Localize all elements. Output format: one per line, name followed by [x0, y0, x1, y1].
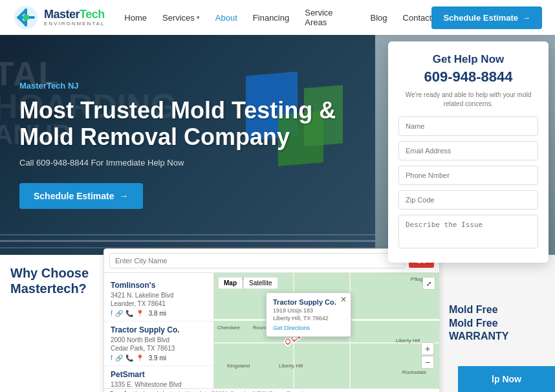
- nav-about[interactable]: About: [215, 13, 237, 23]
- arrow-icon: →: [120, 191, 129, 201]
- map-tab-map[interactable]: Map: [218, 277, 243, 289]
- popup-address: 1919 Ussjs 183Liberty Hill, TX 78642: [273, 307, 344, 322]
- store-name: Tomlinson's: [111, 281, 207, 290]
- logo-icon: [13, 5, 39, 30]
- map-label: Kingsland: [227, 363, 250, 369]
- store-icons: f 🔗 📞 📍 3.8 mi: [111, 310, 207, 317]
- zip-input[interactable]: [398, 190, 538, 210]
- map-popup-close[interactable]: ✕: [340, 295, 347, 304]
- popup-directions-link[interactable]: Get Directions: [273, 325, 344, 331]
- name-input[interactable]: [398, 116, 538, 136]
- store-icons: f 🔗 📞 📍 3.9 mi: [111, 354, 207, 362]
- phone-input[interactable]: [398, 166, 538, 185]
- store-address: 1335 E. Whitestone Blvd Cedar Park, TX 7…: [111, 380, 207, 388]
- facebook-icon[interactable]: f: [111, 354, 113, 362]
- logo-name: MasterTech: [44, 8, 105, 21]
- list-item[interactable]: Tractor Supply Co. 2000 North Bell Blvd …: [104, 321, 213, 366]
- nav-home[interactable]: Home: [124, 13, 147, 23]
- map-area[interactable]: Brushy Creek Pflugerville Cherokee Round…: [214, 273, 439, 388]
- link-icon[interactable]: 🔗: [115, 310, 123, 317]
- form-title: Get Help Now: [398, 53, 538, 66]
- contact-form-panel: Get Help Now 609-948-8844 We're ready an…: [388, 41, 549, 263]
- map-footer: Google Keyboard shortcuts Map data ©2024…: [104, 388, 439, 392]
- logo[interactable]: MasterTech ENVIRONMENTAL: [13, 5, 105, 30]
- main-nav: Home Services ▾ About Financing Service …: [124, 8, 431, 27]
- map-label: Liberty Hill: [396, 338, 420, 343]
- issue-textarea[interactable]: [398, 215, 538, 248]
- map-store-list: Tomlinson's 3421 N. Lakeline Blvd Leande…: [104, 273, 214, 388]
- map-widget: Go Tomlinson's 3421 N. Lakeline Blvd Lea…: [103, 248, 440, 392]
- nav-service-areas[interactable]: Service Areas: [305, 8, 354, 27]
- services-dropdown-arrow: ▾: [197, 14, 200, 21]
- hero-subtitle: Call 609-948-8844 For Immediate Help Now: [19, 158, 356, 168]
- schedule-estimate-button[interactable]: Schedule Estimate →: [431, 6, 542, 29]
- map-tabs: Map Satellite: [218, 277, 278, 289]
- hero-tagline: MasterTech NJ: [19, 81, 356, 91]
- hero-title: Most Trusted Mold Testing &Mold Removal …: [19, 97, 356, 151]
- phone-icon[interactable]: 📞: [125, 354, 133, 362]
- map-label: Rocksdale: [402, 369, 426, 375]
- map-icon[interactable]: 📍: [136, 310, 144, 317]
- warranty-title: Mold FreeMold Free WARRANTY: [449, 303, 545, 343]
- zoom-out-button[interactable]: −: [421, 356, 434, 369]
- map-label: Cherokee: [217, 325, 240, 331]
- hero-content: MasterTech NJ Most Trusted Mold Testing …: [0, 35, 375, 255]
- list-item[interactable]: Tomlinson's 3421 N. Lakeline Blvd Leande…: [104, 277, 213, 321]
- map-popup: ✕ Tractor Supply Co. 1919 Ussjs 183Liber…: [266, 292, 351, 337]
- phone-icon[interactable]: 📞: [125, 310, 133, 317]
- form-description: We're ready and able to help with your m…: [398, 91, 538, 109]
- nav-contact[interactable]: Contact: [403, 13, 432, 23]
- map-expand-button[interactable]: ⤢: [422, 277, 435, 290]
- link-icon[interactable]: 🔗: [115, 354, 123, 362]
- store-address: 3421 N. Lakeline Blvd Leander, TX 78641: [111, 291, 207, 308]
- map-body: Tomlinson's 3421 N. Lakeline Blvd Leande…: [104, 273, 439, 388]
- nav-services[interactable]: Services ▾: [162, 13, 200, 23]
- map-icon[interactable]: 📍: [136, 354, 144, 362]
- facebook-icon[interactable]: f: [111, 310, 113, 317]
- map-label: Liberty Hill: [279, 363, 303, 369]
- nav-blog[interactable]: Blog: [371, 13, 387, 23]
- why-choose-section: Why ChooseMastertech?: [0, 255, 116, 392]
- svg-point-5: [23, 14, 29, 21]
- logo-text: MasterTech ENVIRONMENTAL: [44, 8, 105, 27]
- store-name: PetSmart: [111, 370, 207, 379]
- zoom-in-button[interactable]: +: [421, 342, 434, 355]
- header: MasterTech ENVIRONMENTAL Home Services ▾…: [0, 0, 555, 35]
- map-tab-satellite[interactable]: Satellite: [243, 277, 278, 289]
- help-now-button[interactable]: lp Now: [458, 366, 555, 392]
- map-search-input[interactable]: [109, 253, 405, 268]
- form-phone: 609-948-8844: [398, 69, 538, 85]
- arrow-icon: →: [522, 13, 530, 23]
- map-controls: + −: [421, 342, 434, 369]
- store-name: Tractor Supply Co.: [111, 325, 207, 334]
- nav-financing[interactable]: Financing: [253, 13, 289, 23]
- list-item[interactable]: PetSmart 1335 E. Whitestone Blvd Cedar P…: [104, 366, 213, 388]
- hero-cta-button[interactable]: Schedule Estimate →: [19, 183, 143, 209]
- why-title: Why ChooseMastertech?: [10, 265, 106, 296]
- store-address: 2000 North Bell Blvd Cedar Park, TX 7861…: [111, 336, 207, 353]
- popup-title: Tractor Supply Co.: [273, 298, 344, 306]
- email-input[interactable]: [398, 141, 538, 160]
- logo-sub: ENVIRONMENTAL: [44, 21, 105, 27]
